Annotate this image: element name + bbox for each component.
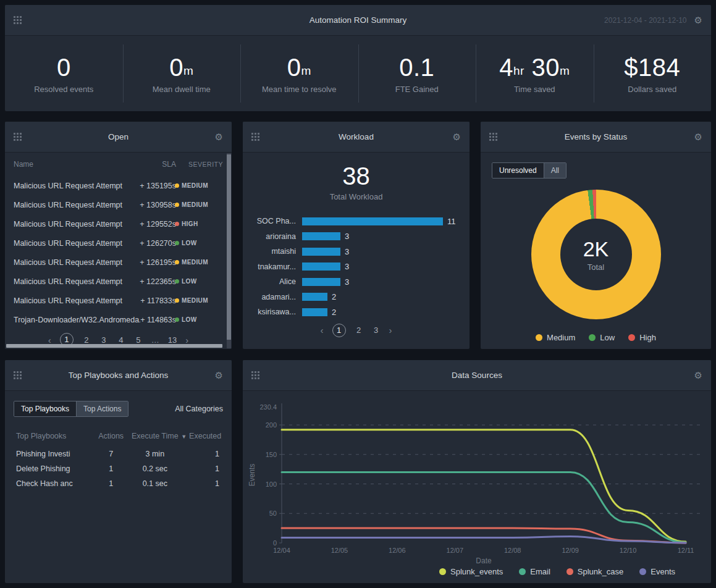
- x-tick-label: 12/05: [331, 547, 348, 554]
- playbook-name: Check Hash anc: [14, 479, 93, 488]
- tab-top-actions[interactable]: Top Actions: [77, 401, 128, 416]
- workload-prev-page-icon[interactable]: ‹: [321, 325, 324, 335]
- table-row[interactable]: Phishing Investi73 min1: [14, 447, 223, 461]
- severity-cell: MEDIUM: [176, 201, 223, 208]
- donut-total-value: 2K: [583, 237, 609, 261]
- event-name: Trojan-Downloader/W32.Andromeda.255570: [14, 316, 140, 324]
- workload-bar[interactable]: [302, 248, 340, 256]
- legend-item-medium[interactable]: Medium: [536, 333, 575, 342]
- table-row[interactable]: Malicious URL Request Attempt+ 117833sME…: [14, 291, 223, 310]
- table-row[interactable]: Malicious URL Request Attempt+ 130958sME…: [14, 195, 223, 214]
- drag-handle-grid-icon[interactable]: [14, 16, 22, 25]
- open-page-4[interactable]: 4: [117, 335, 125, 345]
- kpi-value: $184: [624, 54, 680, 81]
- assignee-label: Alice: [251, 277, 302, 286]
- workload-bar[interactable]: [302, 217, 443, 225]
- sla-value: + 117833s: [140, 296, 176, 305]
- workload-bar-row: mtaishi3: [251, 244, 461, 259]
- legend-item-email[interactable]: Email: [519, 567, 550, 576]
- x-tick-label: 12/10: [620, 547, 637, 554]
- workload-bar-value: 3: [340, 277, 349, 287]
- toggle-all[interactable]: All: [544, 163, 566, 178]
- open-page-5[interactable]: 5: [134, 335, 143, 345]
- gear-icon[interactable]: ⚙: [694, 132, 702, 141]
- legend-label: Events: [651, 567, 675, 576]
- workload-bar[interactable]: [302, 308, 327, 316]
- workload-bar-value: 2: [327, 292, 336, 301]
- severity-label: HIGH: [182, 220, 198, 227]
- kpi-value: 0m: [287, 54, 311, 81]
- legend-dot-icon: [536, 334, 542, 341]
- severity-dot-icon: [175, 298, 179, 303]
- legend-item-high[interactable]: High: [628, 333, 656, 342]
- drag-handle-grid-icon[interactable]: [489, 133, 498, 141]
- column-header-sla[interactable]: SLA: [139, 160, 176, 169]
- severity-label: MEDIUM: [182, 182, 208, 189]
- workload-bar[interactable]: [302, 293, 327, 301]
- sort-desc-icon: ▼: [181, 434, 187, 440]
- gear-icon[interactable]: ⚙: [453, 132, 461, 141]
- gear-icon[interactable]: ⚙: [694, 371, 702, 380]
- workload-bar-chart: SOC Pha...11arioraina3mtaishi3tnakamur..…: [251, 214, 461, 320]
- open-page-ellipsis: …: [151, 335, 159, 345]
- horizontal-scrollbar[interactable]: [6, 344, 222, 348]
- gear-icon[interactable]: ⚙: [215, 371, 223, 380]
- legend-item-low[interactable]: Low: [589, 333, 615, 342]
- table-row[interactable]: Malicious URL Request Attempt+ 135195sME…: [14, 176, 223, 195]
- vertical-scrollbar[interactable]: [227, 153, 231, 348]
- open-page-3[interactable]: 3: [99, 335, 108, 345]
- event-name: Malicious URL Request Attempt: [14, 258, 140, 267]
- column-header-severity[interactable]: SEVERITY: [176, 161, 223, 168]
- kpi-label: FTE Gained: [395, 85, 439, 94]
- toggle-unresolved[interactable]: Unresolved: [492, 163, 544, 178]
- drag-handle-grid-icon[interactable]: [251, 371, 260, 380]
- soar-dashboard: Automation ROI Summary 2021-12-04 - 2021…: [0, 0, 716, 588]
- tab-top-playbooks[interactable]: Top Playbooks: [14, 401, 77, 416]
- column-header-playbooks[interactable]: Top Playbooks: [14, 432, 93, 440]
- legend-item-splunk-events[interactable]: Splunk_events: [439, 567, 503, 576]
- legend-item-events[interactable]: Events: [639, 567, 675, 576]
- column-header-actions[interactable]: Actions: [93, 432, 129, 440]
- workload-page-1[interactable]: 1: [332, 324, 346, 337]
- x-tick-label: 12/06: [389, 547, 406, 554]
- table-row[interactable]: Check Hash anc10.1 sec1: [14, 476, 223, 491]
- column-header-executed[interactable]: ▼Executed: [181, 432, 223, 440]
- drag-handle-grid-icon[interactable]: [251, 133, 260, 141]
- category-filter-dropdown[interactable]: All Categories: [175, 405, 223, 413]
- workload-bar-row: arioraina3: [251, 229, 461, 245]
- y-tick-label: 100: [266, 481, 277, 488]
- drag-handle-grid-icon[interactable]: [14, 133, 22, 141]
- panel-roi-summary: Automation ROI Summary 2021-12-04 - 2021…: [5, 5, 711, 111]
- workload-next-page-icon[interactable]: ›: [389, 325, 392, 335]
- table-row[interactable]: Malicious URL Request Attempt+ 126195sME…: [14, 253, 223, 272]
- sla-value: + 126195s: [140, 258, 176, 267]
- drag-handle-grid-icon[interactable]: [14, 371, 22, 380]
- table-row[interactable]: Delete Phishing10.2 sec1: [14, 461, 223, 476]
- legend-dot-icon: [589, 334, 596, 341]
- table-row[interactable]: Malicious URL Request Attempt+ 126270sLO…: [14, 233, 223, 253]
- table-row[interactable]: Malicious URL Request Attempt+ 122365sLO…: [14, 272, 223, 291]
- datasources-panel-header: Data Sources ⚙: [243, 360, 711, 391]
- open-page-2[interactable]: 2: [82, 335, 91, 345]
- column-header-execute-time[interactable]: Execute Time: [128, 432, 181, 440]
- workload-page-2[interactable]: 2: [355, 326, 363, 335]
- legend-item-splunk-case[interactable]: Splunk_case: [566, 567, 623, 576]
- gear-icon[interactable]: ⚙: [215, 132, 223, 141]
- gear-icon[interactable]: ⚙: [694, 15, 702, 25]
- workload-bar[interactable]: [302, 278, 340, 286]
- table-row[interactable]: Malicious URL Request Attempt+ 129552sHI…: [14, 214, 223, 233]
- column-header-name[interactable]: Name: [14, 160, 139, 169]
- playbook-name: Phishing Investi: [14, 450, 93, 458]
- open-next-page-icon[interactable]: ›: [185, 335, 188, 345]
- legend-dot-icon: [628, 334, 635, 341]
- open-prev-page-icon[interactable]: ‹: [48, 335, 51, 345]
- severity-dot-icon: [175, 317, 179, 322]
- panel-title: Top Playbooks and Actions: [5, 371, 232, 380]
- workload-bar[interactable]: [302, 232, 340, 240]
- open-page-13[interactable]: 13: [168, 335, 177, 345]
- severity-dot-icon: [175, 241, 179, 245]
- workload-bar[interactable]: [302, 262, 340, 271]
- workload-page-3[interactable]: 3: [372, 326, 381, 335]
- y-axis-label: Events: [248, 464, 256, 487]
- table-row[interactable]: Trojan-Downloader/W32.Andromeda.255570+ …: [14, 310, 223, 329]
